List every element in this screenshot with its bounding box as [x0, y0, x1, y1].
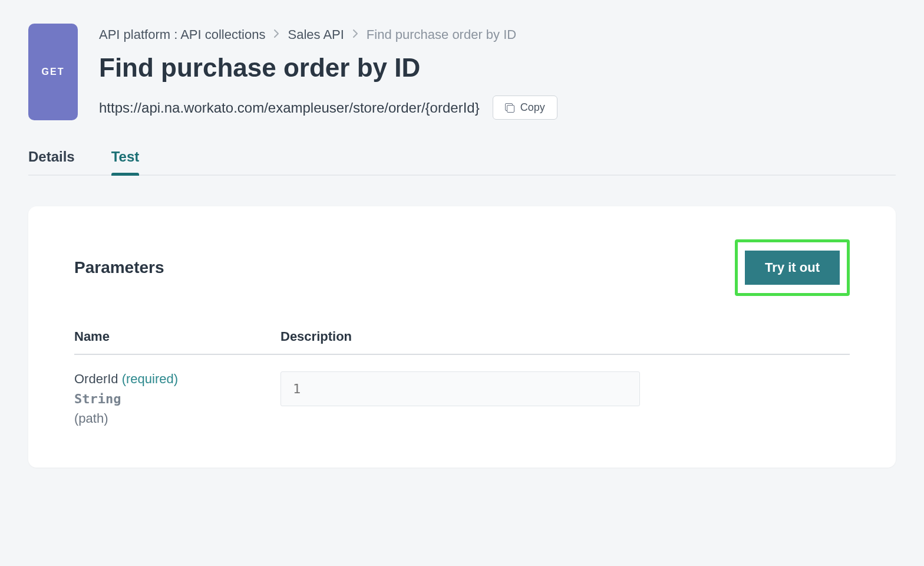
copy-button[interactable]: Copy [493, 96, 557, 120]
param-type: String [74, 391, 280, 406]
parameters-table: Name Description OrderId (required) Stri… [74, 329, 850, 426]
breadcrumb: API platform : API collections Sales API… [99, 27, 896, 42]
try-it-out-button[interactable]: Try it out [745, 251, 840, 285]
breadcrumb-mid[interactable]: Sales API [288, 27, 344, 42]
chevron-right-icon [273, 29, 279, 41]
try-button-highlight: Try it out [735, 239, 850, 296]
tab-details[interactable]: Details [28, 149, 75, 175]
breadcrumb-current: Find purchase order by ID [367, 27, 516, 42]
http-method-badge: GET [28, 24, 78, 120]
param-value-input[interactable] [280, 371, 640, 406]
page-title: Find purchase order by ID [99, 53, 896, 83]
param-required-tag: (required) [122, 371, 178, 386]
tab-test[interactable]: Test [111, 149, 140, 175]
column-header-description: Description [280, 329, 850, 344]
parameters-title: Parameters [74, 258, 164, 277]
param-name: OrderId [74, 371, 118, 386]
chevron-right-icon [352, 29, 358, 41]
tabs: Details Test [28, 149, 896, 176]
parameters-card: Parameters Try it out Name Description O… [28, 206, 896, 468]
column-header-name: Name [74, 329, 280, 344]
copy-icon [505, 103, 514, 113]
http-method-label: GET [42, 67, 65, 77]
param-location: (path) [74, 411, 280, 426]
parameter-row: OrderId (required) String (path) [74, 371, 850, 426]
endpoint-url: https://api.na.workato.com/exampleuser/s… [99, 100, 480, 116]
copy-button-label: Copy [520, 101, 545, 114]
breadcrumb-root[interactable]: API platform : API collections [99, 27, 265, 42]
